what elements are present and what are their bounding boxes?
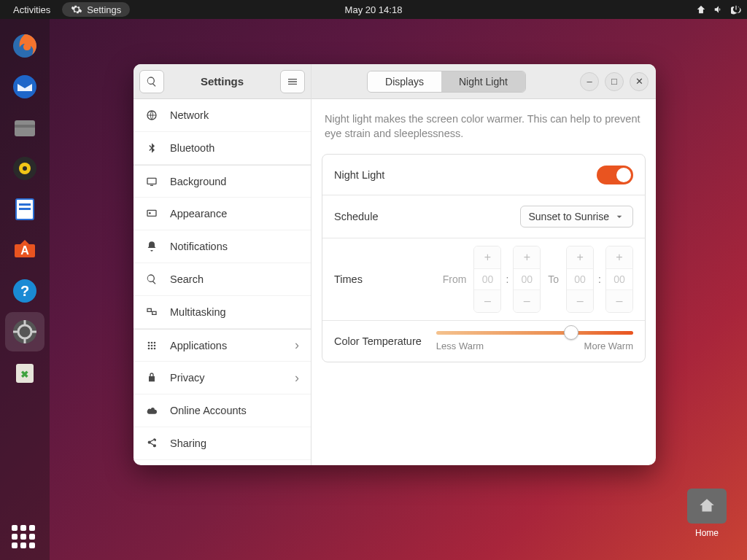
window-maximize-button[interactable]: □ bbox=[605, 72, 624, 91]
svg-point-29 bbox=[148, 341, 150, 343]
svg-rect-2 bbox=[15, 120, 35, 136]
bluetooth-icon bbox=[145, 141, 158, 155]
hamburger-button[interactable] bbox=[280, 70, 305, 93]
from-hour-value: 00 bbox=[474, 268, 500, 290]
sidebar-item-network[interactable]: Network bbox=[133, 99, 311, 132]
minus-icon: – bbox=[567, 290, 593, 312]
tab-switcher: Displays Night Light bbox=[367, 71, 526, 93]
settings-window: Settings NetworkBluetoothBackgroundAppea… bbox=[133, 64, 656, 465]
multitasking-icon bbox=[145, 306, 158, 319]
chevron-right-icon: › bbox=[295, 370, 299, 386]
night-light-switch[interactable] bbox=[597, 166, 633, 184]
svg-rect-10 bbox=[19, 208, 31, 210]
chevron-right-icon: › bbox=[295, 338, 299, 353]
tab-displays[interactable]: Displays bbox=[368, 71, 441, 92]
network-icon bbox=[696, 4, 706, 15]
app-menu-label: Settings bbox=[87, 4, 121, 15]
more-warm-label: More Warm bbox=[584, 341, 633, 351]
to-label: To bbox=[548, 273, 559, 285]
dock: A ? bbox=[0, 19, 50, 560]
content-area: Displays Night Light – □ ✕ Night light m… bbox=[311, 64, 656, 465]
window-minimize-button[interactable]: – bbox=[580, 72, 599, 91]
sidebar-item-label: Search bbox=[170, 273, 204, 285]
search-button[interactable] bbox=[139, 70, 164, 93]
background-icon bbox=[145, 175, 158, 188]
dock-help[interactable]: ? bbox=[5, 271, 44, 311]
gear-icon bbox=[71, 4, 82, 15]
sidebar-item-background[interactable]: Background bbox=[133, 165, 311, 198]
color-temperature-slider[interactable] bbox=[436, 331, 633, 335]
sidebar-item-online-accounts[interactable]: Online Accounts bbox=[133, 394, 311, 427]
sidebar-item-appearance[interactable]: Appearance bbox=[133, 198, 311, 230]
svg-point-34 bbox=[154, 344, 156, 346]
times-label: Times bbox=[334, 273, 363, 285]
plus-icon: + bbox=[606, 246, 632, 268]
search-icon bbox=[146, 76, 158, 88]
schedule-dropdown[interactable]: Sunset to Sunrise bbox=[520, 206, 633, 228]
from-label: From bbox=[443, 273, 467, 285]
dock-firefox[interactable] bbox=[5, 26, 44, 66]
svg-rect-28 bbox=[152, 311, 156, 314]
plus-icon: + bbox=[474, 246, 500, 268]
sidebar-item-label: Applications bbox=[170, 340, 227, 351]
activities-button[interactable]: Activities bbox=[6, 4, 58, 15]
slider-thumb[interactable] bbox=[564, 325, 578, 340]
svg-point-1 bbox=[13, 75, 36, 98]
sidebar-item-label: Background bbox=[170, 176, 226, 187]
to-hour-spinner: + 00 – bbox=[566, 246, 594, 313]
system-tray[interactable] bbox=[696, 4, 741, 15]
dock-trash[interactable] bbox=[5, 353, 44, 392]
show-applications-button[interactable] bbox=[12, 525, 38, 551]
from-minute-value: 00 bbox=[514, 268, 540, 290]
chevron-down-icon bbox=[614, 211, 625, 222]
svg-rect-3 bbox=[15, 125, 35, 128]
color-temperature-label: Color Temperature bbox=[334, 335, 422, 347]
dock-software[interactable]: A bbox=[5, 230, 44, 270]
sidebar-item-notifications[interactable]: Notifications bbox=[133, 230, 311, 263]
dock-files[interactable] bbox=[5, 108, 44, 147]
schedule-label: Schedule bbox=[334, 211, 378, 222]
row-night-light-toggle: Night Light bbox=[322, 155, 645, 195]
row-color-temperature: Color Temperature Less Warm More Warm bbox=[322, 321, 645, 362]
desktop-home-label: Home bbox=[687, 528, 727, 538]
top-panel: Activities Settings May 20 14:18 bbox=[0, 0, 747, 19]
dock-settings[interactable] bbox=[5, 312, 44, 351]
schedule-value: Sunset to Sunrise bbox=[528, 211, 609, 222]
to-minute-spinner: + 00 – bbox=[605, 246, 633, 313]
row-times: Times From + 00 – : + 00 – bbox=[322, 238, 645, 321]
sidebar-item-privacy[interactable]: Privacy› bbox=[133, 362, 311, 394]
sidebar-item-label: Privacy bbox=[170, 372, 205, 384]
dock-thunderbird[interactable] bbox=[5, 67, 44, 106]
desktop-home-folder[interactable]: Home bbox=[687, 489, 727, 538]
svg-point-31 bbox=[154, 341, 156, 343]
window-close-button[interactable]: ✕ bbox=[630, 72, 649, 91]
svg-point-6 bbox=[23, 166, 27, 171]
sidebar-item-multitasking[interactable]: Multitasking bbox=[133, 296, 311, 329]
app-menu[interactable]: Settings bbox=[62, 2, 130, 17]
sidebar-title: Settings bbox=[170, 75, 274, 88]
night-light-description: Night light makes the screen color warme… bbox=[322, 112, 646, 141]
clock[interactable]: May 20 14:18 bbox=[345, 4, 403, 15]
tab-night-light[interactable]: Night Light bbox=[441, 71, 525, 92]
dock-rhythmbox[interactable] bbox=[5, 149, 44, 188]
sidebar-item-search[interactable]: Search bbox=[133, 263, 311, 296]
minus-icon: – bbox=[474, 290, 500, 312]
sidebar-item-applications[interactable]: Applications› bbox=[133, 329, 311, 362]
dock-libreoffice[interactable] bbox=[5, 190, 44, 229]
minus-icon: – bbox=[514, 290, 540, 312]
minus-icon: – bbox=[606, 290, 632, 312]
night-light-pane: Night light makes the screen color warme… bbox=[311, 99, 656, 376]
svg-rect-24 bbox=[150, 184, 153, 185]
svg-point-37 bbox=[154, 347, 156, 349]
notifications-icon bbox=[145, 240, 158, 253]
applications-icon bbox=[145, 339, 158, 352]
sidebar-item-bluetooth[interactable]: Bluetooth bbox=[133, 132, 311, 165]
menu-icon bbox=[287, 76, 298, 88]
sidebar-item-label: Online Accounts bbox=[170, 405, 247, 416]
sidebar-header: Settings bbox=[133, 64, 311, 99]
svg-rect-25 bbox=[147, 210, 156, 216]
sidebar-item-sharing[interactable]: Sharing bbox=[133, 427, 311, 460]
settings-sidebar: Settings NetworkBluetoothBackgroundAppea… bbox=[133, 64, 311, 465]
svg-rect-23 bbox=[147, 178, 156, 184]
plus-icon: + bbox=[514, 246, 540, 268]
